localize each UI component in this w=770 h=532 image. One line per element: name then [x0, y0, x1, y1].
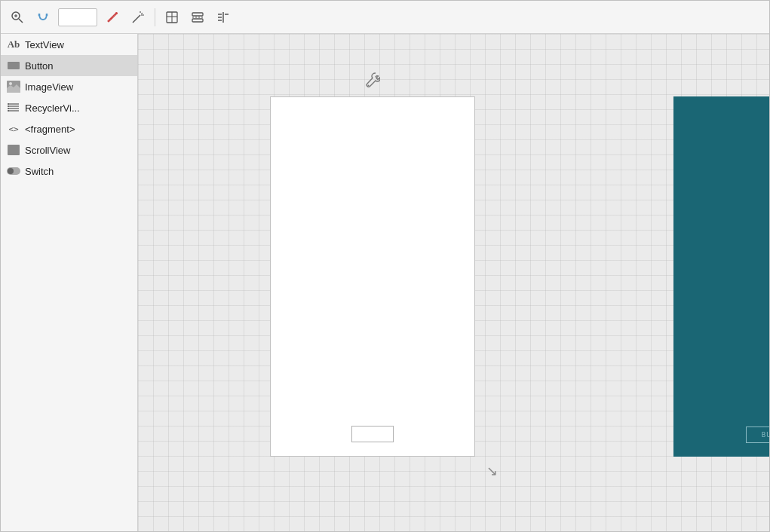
sidebar-item-fragment[interactable]: <> <fragment> — [1, 118, 137, 139]
toolbar: 0dp — [1, 1, 769, 34]
phone-light-button — [351, 426, 394, 442]
sidebar-item-imageview[interactable]: ImageView — [1, 76, 137, 97]
scrollview-icon — [7, 143, 20, 157]
device-dark-frame: BUTTON — [673, 72, 769, 457]
sidebar-item-button[interactable]: Button — [1, 55, 137, 76]
wrench-dark-icon — [768, 72, 769, 92]
textview-icon: Ab — [7, 38, 20, 51]
sidebar-item-label: ScrollView — [25, 145, 70, 156]
sidebar-item-switch[interactable]: Switch — [1, 161, 137, 182]
phone-dark-button-label: BUTTON — [762, 431, 769, 439]
fragment-icon: <> — [7, 122, 20, 136]
phone-dark: BUTTON — [673, 96, 769, 457]
wrench-light-icon — [365, 72, 380, 92]
imageview-icon — [7, 80, 20, 93]
svg-line-8 — [133, 15, 140, 23]
magnet-icon[interactable] — [32, 7, 54, 28]
phone-light — [270, 96, 475, 457]
svg-line-7 — [111, 18, 112, 19]
switch-icon — [7, 164, 20, 178]
pen-icon[interactable] — [102, 7, 123, 28]
align-icon[interactable] — [187, 7, 208, 28]
sidebar-item-scrollview[interactable]: ScrollView — [1, 139, 137, 161]
sidebar-item-label: Button — [25, 60, 54, 72]
button-icon — [7, 59, 20, 72]
svg-point-32 — [8, 108, 9, 109]
phone-dark-button: BUTTON — [746, 427, 769, 443]
svg-point-33 — [8, 110, 9, 112]
sidebar-item-label: <fragment> — [25, 124, 75, 135]
svg-point-31 — [8, 105, 9, 107]
svg-rect-17 — [192, 19, 203, 22]
layout-icon[interactable] — [161, 7, 183, 28]
sep1 — [155, 8, 155, 26]
svg-line-1 — [19, 19, 23, 23]
sidebar-item-label: RecyclerVi... — [25, 102, 80, 114]
resize-handle-light[interactable]: ↗ — [484, 466, 501, 477]
svg-point-25 — [9, 82, 12, 85]
zoom-icon[interactable] — [7, 7, 28, 28]
device-light-frame: ↗ — [270, 72, 475, 457]
svg-line-11 — [141, 13, 142, 14]
distribute-icon[interactable] — [213, 7, 234, 28]
wand-icon[interactable] — [127, 7, 149, 28]
sidebar-item-recyclerview[interactable]: RecyclerVi... — [1, 97, 137, 118]
svg-point-6 — [115, 12, 118, 14]
sidebar-item-textview[interactable]: Ab TextView — [1, 34, 137, 55]
svg-point-34 — [368, 85, 370, 87]
canvas-area[interactable]: ↗ BUTTON — [138, 34, 769, 531]
recyclerview-icon — [7, 101, 20, 115]
sidebar: Ab TextView Button ImageView — [1, 34, 138, 531]
sidebar-item-label: Switch — [25, 166, 54, 177]
sidebar-item-label: ImageView — [25, 81, 73, 93]
main-area: Ab TextView Button ImageView — [1, 34, 769, 531]
sidebar-item-label: TextView — [25, 39, 64, 50]
dp-input[interactable]: 0dp — [58, 8, 97, 26]
svg-point-30 — [8, 103, 9, 105]
svg-rect-16 — [192, 13, 203, 16]
